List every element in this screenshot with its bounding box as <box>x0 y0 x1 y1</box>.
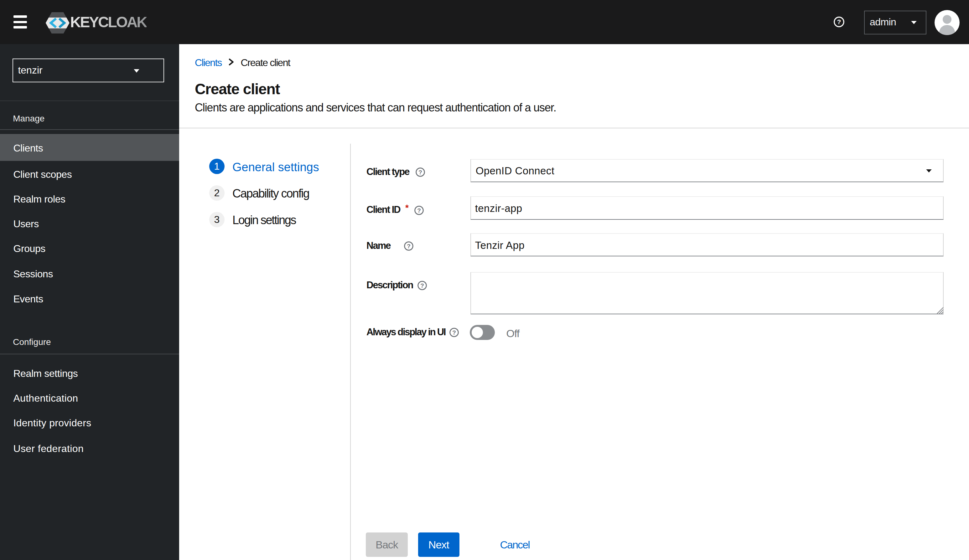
svg-text:?: ? <box>418 169 422 176</box>
svg-text:?: ? <box>417 207 421 214</box>
svg-text:?: ? <box>837 18 841 25</box>
svg-text:?: ? <box>452 329 456 336</box>
svg-text:?: ? <box>420 282 424 289</box>
svg-text:?: ? <box>407 243 411 249</box>
